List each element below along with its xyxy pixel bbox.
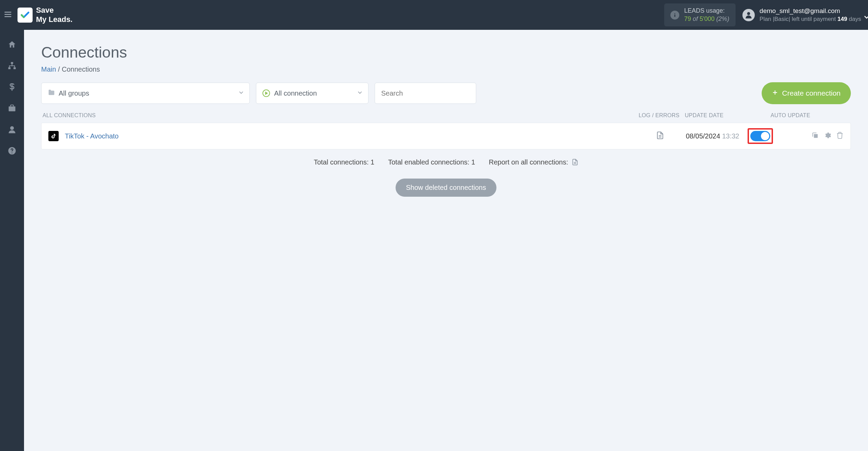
col-header-name: ALL CONNECTIONS [43,112,633,119]
info-icon [670,11,679,20]
page-title: Connections [41,44,851,61]
copy-icon[interactable] [811,132,819,141]
logo-text: Save My Leads. [36,6,72,24]
chevron-down-icon [238,89,245,98]
col-header-log: LOG / ERRORS [633,112,685,119]
play-icon [262,89,270,97]
groups-select-label: All groups [59,89,89,97]
gear-icon[interactable] [824,132,831,141]
svg-rect-8 [13,67,16,69]
auto-update-highlight [748,128,773,144]
table-row: TikTok - Avochato 08/05/2024 13:32 [41,123,851,149]
svg-rect-9 [9,107,15,111]
summary-row: Total connections: 1 Total enabled conne… [41,158,851,166]
svg-rect-16 [814,134,818,138]
user-menu[interactable]: demo_sml_test@gmail.com Plan |Basic| lef… [742,7,861,23]
table-header: ALL CONNECTIONS LOG / ERRORS UPDATE DATE… [41,108,851,123]
search-input-wrap [375,83,476,104]
log-cell[interactable] [634,131,686,141]
svg-point-3 [675,13,676,14]
plan-info: Plan |Basic| left until payment 149 days [760,15,861,23]
logo-icon[interactable] [17,8,33,23]
chevron-down-icon [356,89,363,98]
breadcrumb-main-link[interactable]: Main [41,65,56,73]
groups-select[interactable]: All groups [41,83,250,104]
user-email: demo_sml_test@gmail.com [760,7,861,15]
help-icon[interactable] [8,146,16,157]
col-header-auto: AUTO UPDATE [760,112,849,119]
connection-link[interactable]: TikTok - Avochato [65,132,119,140]
create-connection-label: Create connection [782,89,841,97]
svg-rect-6 [11,62,13,64]
plus-icon [772,89,778,97]
status-select-label: All connection [274,89,317,97]
tiktok-icon [48,131,59,141]
svg-rect-4 [675,14,676,17]
status-select[interactable]: All connection [256,83,368,104]
document-icon [656,131,664,139]
svg-rect-7 [8,67,11,69]
report-all-connections[interactable]: Report on all connections: [489,158,578,166]
briefcase-icon[interactable] [8,104,16,114]
sidebar [0,30,24,451]
total-connections: Total connections: 1 [314,158,374,166]
show-deleted-button[interactable]: Show deleted connections [396,179,496,197]
home-icon[interactable] [8,40,16,50]
date-cell: 08/05/2024 13:32 [686,132,748,140]
folder-icon [48,89,55,98]
auto-update-toggle[interactable] [750,131,770,141]
dollar-icon[interactable] [8,83,16,93]
leads-usage-label: LEADS usage: [684,7,729,15]
total-enabled-connections: Total enabled connections: 1 [388,158,475,166]
breadcrumb: Main / Connections [41,65,851,73]
sitemap-icon[interactable] [8,61,16,72]
user-icon[interactable] [8,125,16,135]
main-content: Connections Main / Connections All group… [24,30,868,451]
trash-icon[interactable] [836,132,844,141]
create-connection-button[interactable]: Create connection [762,82,851,104]
search-input[interactable] [381,89,470,97]
svg-point-5 [747,12,750,15]
leads-usage-widget[interactable]: LEADS usage: 79 of 5'000 (2%) [664,3,736,26]
document-icon [570,158,578,166]
menu-icon[interactable] [3,10,12,20]
col-header-date: UPDATE DATE [685,112,760,119]
user-avatar-icon [742,9,755,21]
chevron-down-icon[interactable] [863,13,868,23]
breadcrumb-current: Connections [62,65,100,73]
svg-point-10 [10,126,14,130]
top-bar: Save My Leads. LEADS usage: 79 of 5'000 … [0,0,868,30]
leads-usage-value: 79 of 5'000 (2%) [684,15,729,23]
